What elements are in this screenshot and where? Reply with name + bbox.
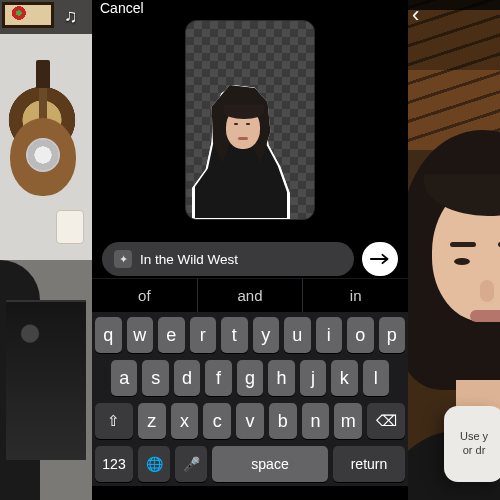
arrow-right-icon (370, 253, 390, 265)
key-l[interactable]: l (363, 360, 389, 396)
key-q[interactable]: q (95, 317, 122, 353)
prompt-text: In the Wild West (140, 252, 238, 267)
suggestion-3[interactable]: in (302, 279, 408, 312)
preview-stage (92, 18, 408, 230)
key-v[interactable]: v (236, 403, 264, 439)
key-dictation[interactable]: 🎤 (175, 446, 207, 482)
ios-keyboard: q w e r t y u i o p a s d f g h j k l ⇧ … (92, 312, 408, 486)
thermostat-decor (56, 210, 84, 244)
key-return[interactable]: return (333, 446, 405, 482)
hint-card-text: Use y or dr (460, 430, 488, 458)
key-space[interactable]: space (212, 446, 328, 482)
cutout-preview[interactable] (185, 20, 315, 220)
submit-button[interactable] (362, 242, 398, 276)
key-p[interactable]: p (379, 317, 406, 353)
suggestion-2[interactable]: and (197, 279, 303, 312)
key-a[interactable]: a (111, 360, 137, 396)
key-t[interactable]: t (221, 317, 248, 353)
key-r[interactable]: r (190, 317, 217, 353)
subject-cutout (192, 85, 290, 220)
prompt-mode-icon: ✦ (114, 250, 132, 268)
suggestion-1[interactable]: of (92, 279, 197, 312)
cancel-button[interactable]: Cancel (100, 0, 144, 16)
key-backspace[interactable]: ⌫ (367, 403, 405, 439)
ai-backdrop-editor: Cancel ✦ In the Wild West of (92, 0, 408, 500)
key-c[interactable]: c (203, 403, 231, 439)
key-u[interactable]: u (284, 317, 311, 353)
key-o[interactable]: o (347, 317, 374, 353)
left-preview-panel: ♫ (0, 0, 92, 500)
key-b[interactable]: b (269, 403, 297, 439)
music-icon[interactable]: ♫ (64, 6, 78, 27)
key-g[interactable]: g (237, 360, 263, 396)
key-k[interactable]: k (331, 360, 357, 396)
key-x[interactable]: x (171, 403, 199, 439)
key-i[interactable]: i (316, 317, 343, 353)
key-z[interactable]: z (138, 403, 166, 439)
prompt-input[interactable]: ✦ In the Wild West (102, 242, 354, 276)
key-f[interactable]: f (205, 360, 231, 396)
key-shift[interactable]: ⇧ (95, 403, 133, 439)
key-globe[interactable]: 🌐 (138, 446, 170, 482)
key-n[interactable]: n (302, 403, 330, 439)
key-s[interactable]: s (142, 360, 168, 396)
equipment-shelf (6, 300, 86, 460)
key-d[interactable]: d (174, 360, 200, 396)
wall-art (2, 2, 54, 28)
key-h[interactable]: h (268, 360, 294, 396)
key-e[interactable]: e (158, 317, 185, 353)
key-w[interactable]: w (127, 317, 154, 353)
back-chevron-icon[interactable]: ‹ (412, 2, 419, 28)
right-preview-panel: ‹ Use y or dr (408, 0, 500, 500)
key-m[interactable]: m (334, 403, 362, 439)
keyboard-suggestion-bar: of and in (92, 278, 408, 312)
key-j[interactable]: j (300, 360, 326, 396)
key-numbers[interactable]: 123 (95, 446, 133, 482)
hint-card[interactable]: Use y or dr (444, 406, 500, 482)
key-y[interactable]: y (253, 317, 280, 353)
